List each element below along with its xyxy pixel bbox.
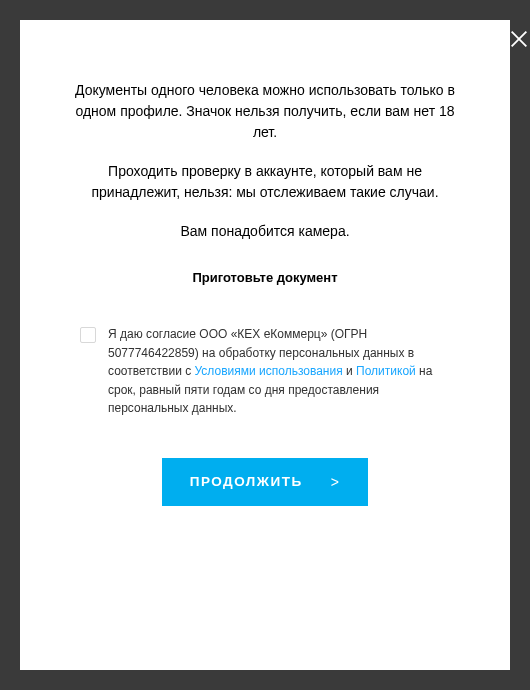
terms-of-use-link[interactable]: Условиями использования	[195, 364, 343, 378]
consent-row: Я даю согласие ООО «КЕХ еКоммерц» (ОГРН …	[75, 325, 455, 418]
prepare-document-heading: Приготовьте документ	[75, 270, 455, 285]
continue-button-label: ПРОДОЛЖИТЬ	[190, 474, 303, 489]
consent-checkbox[interactable]	[80, 327, 96, 343]
button-container: ПРОДОЛЖИТЬ >	[75, 458, 455, 506]
consent-text: Я даю согласие ООО «КЕХ еКоммерц» (ОГРН …	[108, 325, 450, 418]
close-icon[interactable]	[508, 28, 530, 50]
consent-text-part2: и	[343, 364, 356, 378]
chevron-right-icon: >	[331, 474, 341, 490]
info-paragraph-3: Вам понадобится камера.	[75, 221, 455, 242]
policy-link[interactable]: Политикой	[356, 364, 416, 378]
info-paragraph-2: Проходить проверку в аккаунте, который в…	[75, 161, 455, 203]
verification-modal: Документы одного человека можно использо…	[20, 20, 510, 670]
info-paragraph-1: Документы одного человека можно использо…	[75, 80, 455, 143]
continue-button[interactable]: ПРОДОЛЖИТЬ >	[162, 458, 369, 506]
